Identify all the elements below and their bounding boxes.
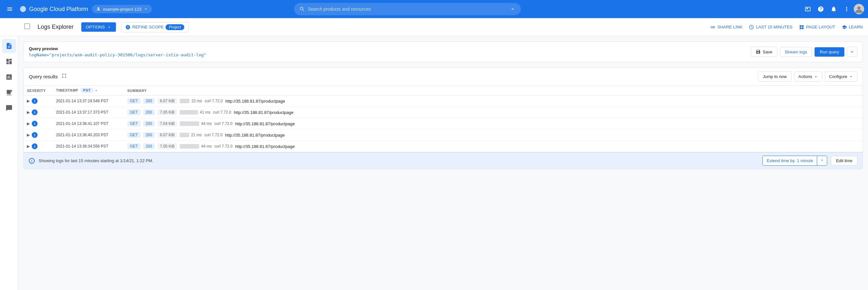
app-name: Google Cloud Platform	[29, 6, 88, 12]
footer-info-icon: i	[29, 158, 35, 164]
url-text: http://35.188.81.87/productpage	[225, 99, 285, 104]
latency-bar-container: 44 ms	[180, 144, 212, 149]
timestamp-cell: 2021-01-14 13:36:41.107 PST	[53, 118, 124, 129]
secondary-toolbar: Logs Explorer OPTIONS REFINE SCOPE Proje…	[0, 18, 868, 36]
project-selector[interactable]: example-project-123	[92, 5, 152, 13]
help-icon[interactable]	[815, 3, 827, 15]
refine-scope-button[interactable]: REFINE SCOPE Project	[121, 22, 188, 32]
latency-bar-container: 21 ms	[180, 133, 202, 137]
extend-time-button[interactable]: Extend time by: 1 minute	[763, 156, 827, 166]
row-expand-icon[interactable]: ▶	[27, 99, 30, 103]
latency-text: 44 ms	[201, 144, 212, 149]
summary-cell: GET 200 7.05 KiB 44 ms curl 7.72.0 http:…	[124, 141, 863, 152]
info-icon: i	[32, 98, 37, 104]
more-options-icon[interactable]	[841, 3, 852, 15]
expand-query-button[interactable]	[847, 46, 857, 57]
top-navigation: Google Cloud Platform example-project-12…	[0, 0, 868, 18]
info-icon: i	[32, 109, 37, 115]
method-badge: GET	[127, 98, 141, 104]
status-badge: 200	[143, 109, 155, 115]
edit-time-button[interactable]: Edit time	[831, 156, 857, 165]
table-row: ▶ i 2021-01-14 13:36:41.107 PST GET 200 …	[24, 118, 863, 129]
latency-bar	[180, 133, 189, 137]
info-icon: i	[32, 121, 37, 127]
sidebar-item-alerts[interactable]	[2, 101, 16, 115]
timestamp-cell: 2021-01-14 13:36:34.556 PST	[53, 141, 124, 152]
severity-cell: ▶ i	[24, 129, 53, 141]
actions-button[interactable]: Actions	[794, 71, 822, 82]
page-title: Logs Explorer	[37, 24, 73, 30]
row-expand-icon[interactable]: ▶	[27, 121, 30, 126]
latency-text: 41 ms	[200, 110, 211, 115]
query-preview-label: Query preview	[29, 46, 747, 51]
stream-logs-button[interactable]: Stream logs	[780, 47, 812, 57]
table-row: ▶ i 2021-01-14 13:37:17.373 PST GET 200 …	[24, 107, 863, 118]
timestamp-cell: 2021-01-14 13:37:19.549 PST	[53, 95, 124, 107]
learn-button[interactable]: LEARN	[842, 25, 863, 30]
terminal-icon[interactable]	[802, 3, 814, 15]
pst-badge: PST	[81, 88, 93, 93]
latency-bar-container: 41 ms	[180, 110, 211, 115]
expand-results-icon[interactable]	[61, 72, 67, 80]
configure-button[interactable]: Configure	[825, 71, 857, 82]
svg-point-3	[857, 6, 861, 10]
url-text: http://35.188.81.87/productpage	[235, 144, 295, 149]
curl-text: curl 7.72.0	[214, 121, 232, 126]
run-query-button[interactable]: Run query	[814, 47, 844, 57]
search-bar[interactable]	[294, 3, 521, 15]
status-badge: 200	[143, 143, 155, 149]
hamburger-menu[interactable]	[4, 3, 16, 15]
latency-bar	[180, 110, 198, 115]
row-expand-icon[interactable]: ▶	[27, 110, 30, 115]
sidebar-item-logs[interactable]	[2, 39, 16, 53]
severity-cell: ▶ i	[24, 95, 53, 107]
latency-bar-container: 44 ms	[180, 121, 212, 126]
extend-time-chevron[interactable]	[817, 156, 827, 165]
sidebar-item-dashboard[interactable]	[2, 54, 16, 69]
footer-bar: i Showing logs for last 15 minutes start…	[24, 152, 863, 169]
extend-time-main[interactable]: Extend time by: 1 minute	[763, 156, 817, 165]
query-actions: Save Stream logs Run query	[751, 46, 857, 57]
summary-cell: GET 200 6.07 KiB 22 ms curl 7.72.0 http:…	[124, 95, 863, 107]
table-row: ▶ i 2021-01-14 13:37:19.549 PST GET 200 …	[24, 95, 863, 107]
options-button[interactable]: OPTIONS	[81, 22, 116, 32]
status-badge: 200	[143, 98, 155, 104]
sidebar-item-metrics[interactable]	[2, 70, 16, 84]
latency-bar-container: 22 ms	[180, 99, 202, 103]
curl-text: curl 7.72.0	[205, 133, 222, 137]
query-preview-text: logName="projects/asm-audit-policy-30150…	[29, 53, 747, 57]
row-expand-icon[interactable]: ▶	[27, 133, 30, 137]
main-content: Query preview logName="projects/asm-audi…	[18, 36, 868, 290]
info-icon: i	[32, 143, 37, 149]
search-input[interactable]	[308, 6, 507, 12]
col-summary: SUMMARY	[124, 86, 863, 95]
col-timestamp: TIMESTAMP PST	[53, 86, 124, 95]
svg-point-1	[97, 7, 99, 9]
sidebar-item-tracing[interactable]	[2, 86, 16, 100]
share-link-button[interactable]: SHARE LINK	[710, 25, 742, 30]
results-header: Query results Jump to now Actions Config…	[24, 68, 863, 86]
jump-to-now-button[interactable]: Jump to now	[758, 71, 792, 82]
latency-bar	[180, 99, 189, 103]
results-header-right: Jump to now Actions Configure	[758, 71, 857, 82]
url-text: http://35.188.81.87/productpage	[235, 121, 295, 126]
notifications-icon[interactable]	[828, 3, 839, 15]
size-badge: 7.05 KiB	[157, 109, 177, 115]
last-minutes-button[interactable]: LAST 15 MINUTES	[749, 25, 792, 30]
severity-cell: ▶ i	[24, 107, 53, 118]
status-badge: 200	[143, 132, 155, 138]
page-layout-button[interactable]: PAGE LAYOUT	[799, 25, 835, 30]
latency-text: 21 ms	[191, 133, 202, 137]
method-badge: GET	[127, 143, 141, 149]
nav-actions	[802, 3, 864, 15]
project-name: example-project-123	[103, 7, 142, 12]
url-text: http://35.188.81.87/productpage	[225, 133, 285, 137]
severity-cell: ▶ i	[24, 118, 53, 129]
status-badge: 200	[143, 121, 155, 127]
size-badge: 6.07 KiB	[157, 98, 177, 104]
avatar[interactable]	[854, 4, 864, 14]
query-preview-box: Query preview logName="projects/asm-audi…	[23, 41, 863, 62]
app-logo: Google Cloud Platform	[20, 5, 88, 12]
row-expand-icon[interactable]: ▶	[27, 144, 30, 149]
save-button[interactable]: Save	[751, 46, 777, 57]
